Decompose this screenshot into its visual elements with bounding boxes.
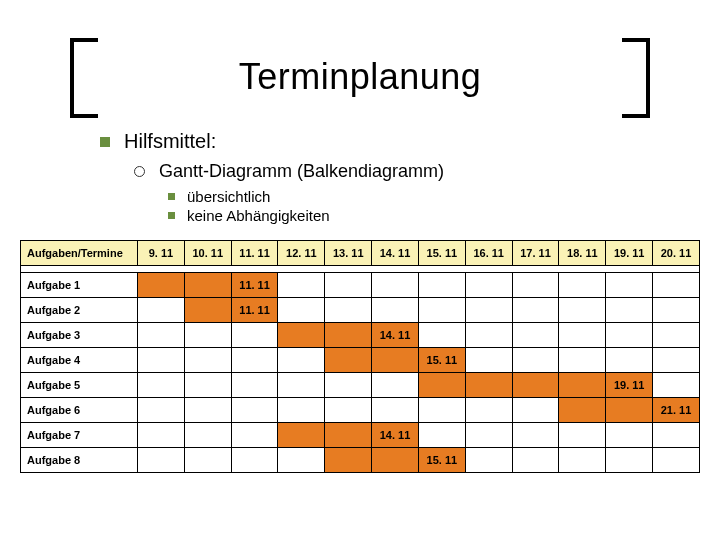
- gantt-cell: [372, 348, 419, 373]
- bullet-l3b: keine Abhängigkeiten: [168, 207, 720, 224]
- gantt-cell: [465, 398, 512, 423]
- gantt-cell: [559, 273, 606, 298]
- gantt-bar-segment: [559, 373, 605, 397]
- gantt-cell: [606, 298, 653, 323]
- bullet-l2: Gantt-Diagramm (Balkendiagramm): [134, 161, 720, 182]
- gantt-cell: [325, 348, 372, 373]
- gantt-cell: [418, 273, 465, 298]
- gantt-cell: [372, 373, 419, 398]
- gantt-cell: [231, 448, 278, 473]
- gantt-cell: [278, 423, 325, 448]
- gantt-row: Aufgabe 415. 11: [21, 348, 700, 373]
- gantt-cell: [606, 323, 653, 348]
- gantt-cell: [512, 298, 559, 323]
- gantt-header-date: 12. 11: [278, 241, 325, 266]
- gantt-cell: [325, 423, 372, 448]
- gantt-bar-segment: [185, 298, 231, 322]
- gantt-cell: [184, 298, 231, 323]
- bracket-right-icon: [622, 38, 650, 118]
- gantt-cell: [184, 348, 231, 373]
- gantt-cell: [512, 373, 559, 398]
- gantt-header-date: 9. 11: [138, 241, 185, 266]
- gantt-cell: [418, 298, 465, 323]
- gantt-row-label: Aufgabe 2: [21, 298, 138, 323]
- title-bar: Terminplanung: [0, 30, 720, 130]
- gantt-cell: [138, 398, 185, 423]
- gantt-bar-segment: [606, 398, 652, 422]
- gantt-cell: [559, 323, 606, 348]
- bullet-l3a: übersichtlich: [168, 188, 720, 205]
- gantt-cell: [138, 423, 185, 448]
- gantt-cell: [372, 448, 419, 473]
- gantt-cell: [138, 298, 185, 323]
- gantt-cell: [512, 348, 559, 373]
- gantt-cell: [231, 398, 278, 423]
- gantt-bar-segment: [325, 448, 371, 472]
- gantt-row: Aufgabe 815. 11: [21, 448, 700, 473]
- gantt-header-date: 11. 11: [231, 241, 278, 266]
- gantt-bar-segment: [325, 423, 371, 447]
- gantt-cell: [184, 423, 231, 448]
- gantt-header-date: 20. 11: [653, 241, 700, 266]
- gantt-cell: 21. 11: [653, 398, 700, 423]
- gantt-cell: [184, 323, 231, 348]
- gantt-cell: [325, 373, 372, 398]
- gantt-cell: [372, 298, 419, 323]
- square-small-bullet-icon: [168, 193, 175, 200]
- gantt-cell: [278, 298, 325, 323]
- gantt-bar-segment: [466, 373, 512, 397]
- square-bullet-icon: [100, 137, 110, 147]
- circle-bullet-icon: [134, 166, 145, 177]
- gantt-cell: [418, 423, 465, 448]
- gantt-cell: [606, 398, 653, 423]
- gantt-cell: [465, 298, 512, 323]
- gantt-cell: [231, 373, 278, 398]
- gantt-spacer-row: [21, 266, 700, 273]
- gantt-bar-segment: [325, 323, 371, 347]
- gantt-cell: [465, 273, 512, 298]
- gantt-cell: [653, 348, 700, 373]
- gantt-cell: [278, 348, 325, 373]
- gantt-bar-segment: [278, 423, 324, 447]
- gantt-cell: [325, 448, 372, 473]
- gantt-bar-segment: [372, 348, 418, 372]
- bullet-l2-text: Gantt-Diagramm (Balkendiagramm): [159, 161, 444, 182]
- gantt-row: Aufgabe 211. 11: [21, 298, 700, 323]
- gantt-cell: [278, 398, 325, 423]
- gantt-cell: [512, 423, 559, 448]
- gantt-header-tasks: Aufgaben/Termine: [21, 241, 138, 266]
- gantt-cell: [138, 448, 185, 473]
- gantt-cell: [372, 398, 419, 423]
- gantt-header-date: 15. 11: [418, 241, 465, 266]
- gantt-row: Aufgabe 519. 11: [21, 373, 700, 398]
- gantt-cell: [325, 298, 372, 323]
- gantt-cell: 15. 11: [418, 448, 465, 473]
- gantt-header-date: 16. 11: [465, 241, 512, 266]
- gantt-header-date: 14. 11: [372, 241, 419, 266]
- gantt-header-date: 18. 11: [559, 241, 606, 266]
- gantt-bar-segment: [185, 273, 231, 297]
- gantt-cell: 14. 11: [372, 323, 419, 348]
- gantt-cell: [559, 398, 606, 423]
- gantt-bar-segment: [372, 448, 418, 472]
- gantt-cell: [465, 448, 512, 473]
- gantt-cell: [138, 373, 185, 398]
- gantt-cell: [325, 323, 372, 348]
- gantt-bar-segment: [419, 373, 465, 397]
- gantt-row-label: Aufgabe 8: [21, 448, 138, 473]
- gantt-row: Aufgabe 714. 11: [21, 423, 700, 448]
- gantt-cell: [465, 348, 512, 373]
- gantt-row-label: Aufgabe 6: [21, 398, 138, 423]
- gantt-bar-segment: [325, 348, 371, 372]
- gantt-cell: [278, 273, 325, 298]
- gantt-cell: [512, 273, 559, 298]
- gantt-cell: [418, 323, 465, 348]
- gantt-cell: [606, 348, 653, 373]
- gantt-cell: [512, 323, 559, 348]
- gantt-row-label: Aufgabe 1: [21, 273, 138, 298]
- gantt-bar-segment: [278, 323, 324, 347]
- gantt-cell: [512, 398, 559, 423]
- gantt-cell: [184, 398, 231, 423]
- bracket-left-icon: [70, 38, 98, 118]
- bullet-l3a-text: übersichtlich: [187, 188, 270, 205]
